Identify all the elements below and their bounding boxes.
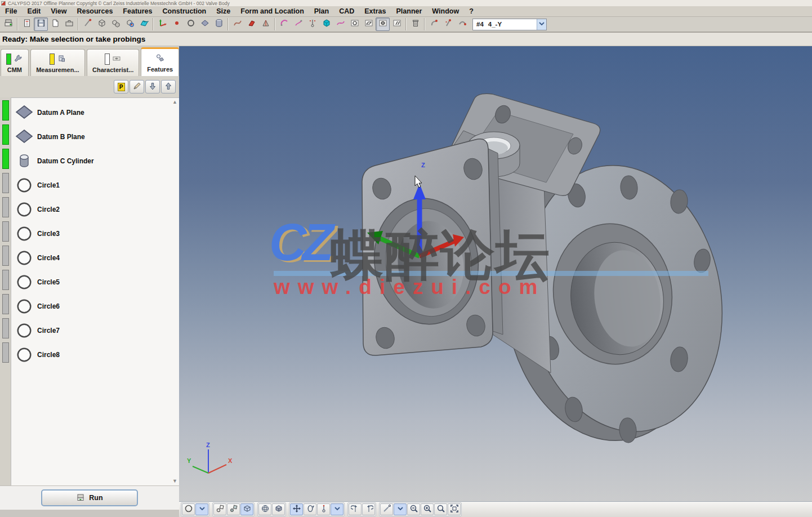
probe-button[interactable] (81, 17, 95, 31)
save-button[interactable] (34, 17, 48, 31)
wireframe-view-button[interactable] (240, 503, 253, 515)
cone-feature-icon (261, 19, 270, 30)
menu-features[interactable]: Features (118, 6, 157, 16)
list-item-circle1[interactable]: Circle1 (11, 173, 179, 197)
list-item-circle5[interactable]: Circle5 (11, 270, 179, 294)
menu-window[interactable]: Window (427, 6, 464, 16)
position-tolerance-button[interactable] (376, 17, 390, 31)
arc-probe-button[interactable] (277, 17, 291, 31)
zoom-window-button[interactable] (434, 503, 447, 515)
show-features-outline-button[interactable] (213, 503, 226, 515)
cad-model-button[interactable] (137, 17, 151, 31)
list-item-circle8[interactable]: Circle8 (11, 342, 179, 367)
parallelism-tolerance-icon (392, 19, 401, 30)
cylinder-feature-button[interactable] (212, 17, 226, 31)
tab-cmm[interactable]: CMM (1, 49, 29, 76)
edit-feature-button[interactable] (130, 80, 144, 93)
move-up-button[interactable] (161, 80, 176, 93)
menu-extras[interactable]: Extras (359, 6, 391, 16)
zoom-out-button[interactable] (407, 503, 420, 515)
list-item-datum-a-plane[interactable]: Datum A Plane (11, 100, 179, 124)
scroll-up-arrow[interactable]: ▲ (172, 99, 178, 105)
feature-group-button[interactable] (109, 17, 123, 31)
menu-construction[interactable]: Construction (157, 6, 211, 16)
list-item-datum-b-plane[interactable]: Datum B Plane (11, 124, 179, 149)
stylus-orientation-dropdown-button[interactable] (394, 503, 407, 515)
curve-probe-icon (294, 19, 303, 30)
pan-view-button[interactable] (290, 503, 303, 515)
menu-plan[interactable]: Plan (309, 6, 334, 16)
run-button[interactable]: Run (41, 489, 138, 506)
feature-filter-dropdown-button[interactable] (195, 503, 208, 515)
stylus-change-3-icon (458, 19, 467, 30)
point-feature-button[interactable] (169, 17, 184, 31)
show-features-solid-button[interactable] (227, 503, 240, 515)
cad-box-button[interactable] (319, 17, 333, 31)
cone-feature-button[interactable] (258, 17, 273, 31)
stylus-change-2-button[interactable] (441, 17, 455, 31)
flatness-tolerance-button[interactable] (362, 17, 376, 31)
menu-resources[interactable]: Resources (72, 6, 118, 16)
list-item-circle7[interactable]: Circle7 (11, 318, 179, 342)
feature-filter-button[interactable] (182, 503, 195, 515)
feature-label: Circle7 (37, 327, 60, 335)
menu--[interactable]: ? (464, 6, 479, 16)
presentation-toggle-button[interactable]: P (114, 80, 128, 93)
zoom-in-button[interactable] (421, 503, 434, 515)
alignment-button[interactable] (155, 17, 169, 31)
part-program-button[interactable] (1, 17, 15, 31)
delete-button[interactable] (408, 17, 422, 31)
freeform-curve-button[interactable] (333, 17, 347, 31)
fit-view-button[interactable] (448, 503, 461, 515)
tab-features[interactable]: Features (141, 47, 179, 76)
curve-feature-button[interactable] (230, 17, 244, 31)
stylus-change-3-button[interactable] (455, 17, 469, 31)
new-page-button[interactable] (48, 17, 62, 31)
roundness-tolerance-button[interactable] (347, 17, 362, 31)
feature-status-column (0, 97, 11, 485)
parallelism-tolerance-button[interactable] (390, 17, 404, 31)
rotate-right-button[interactable] (362, 503, 375, 515)
circle-feature-icon (11, 225, 37, 243)
list-item-circle2[interactable]: Circle2 (11, 197, 179, 221)
probe-selector[interactable]: #44_-Y (472, 19, 547, 30)
perpendicular-probe-button[interactable] (305, 17, 319, 31)
menu-view[interactable]: View (46, 6, 72, 16)
list-item-circle3[interactable]: Circle3 (11, 221, 179, 246)
feature-list-scrollbar[interactable]: ▲ ▼ (171, 98, 179, 485)
list-item-circle4[interactable]: Circle4 (11, 246, 179, 270)
axis-x-label: X (228, 457, 233, 464)
measurement-plan-button[interactable] (20, 17, 34, 31)
rotate-view-button[interactable] (304, 503, 316, 515)
cad-viewport[interactable]: Z Z Y X CZ 蝶醉论坛 (179, 46, 812, 501)
list-item-datum-c-cylinder[interactable]: Datum C Cylinder (11, 149, 179, 173)
tab-characterist[interactable]: Characterist... (87, 49, 139, 76)
feature-label: Circle5 (37, 278, 60, 286)
menu-form-and-location[interactable]: Form and Location (235, 6, 309, 16)
probe-selector-dropdown[interactable] (537, 19, 546, 30)
shaded-wireframe-view-button[interactable] (258, 503, 271, 515)
move-down-button[interactable] (145, 80, 160, 93)
menu-file[interactable]: File (0, 6, 23, 16)
menu-size[interactable]: Size (211, 6, 235, 16)
tab-measuremen[interactable]: Measuremen... (30, 49, 85, 76)
rotate-left-button[interactable] (349, 503, 362, 515)
list-item-circle6[interactable]: Circle6 (11, 294, 179, 318)
curve-probe-button[interactable] (291, 17, 305, 31)
menu-planner[interactable]: Planner (391, 6, 427, 16)
rotate-right-icon (364, 504, 373, 515)
box-feature-button[interactable] (95, 17, 109, 31)
stylus-orientation-button[interactable] (380, 503, 393, 515)
probe-position-dropdown-button[interactable] (331, 503, 343, 515)
plane-offset-button[interactable] (244, 17, 258, 31)
feature-zoom-button[interactable] (123, 17, 137, 31)
open-part-button[interactable] (62, 17, 76, 31)
plane-feature-button[interactable] (198, 17, 212, 31)
scroll-down-arrow[interactable]: ▼ (172, 478, 178, 484)
stylus-change-1-button[interactable] (427, 17, 441, 31)
menu-edit[interactable]: Edit (23, 6, 46, 16)
circle-feature-button[interactable] (184, 17, 198, 31)
solid-view-button[interactable] (272, 503, 285, 515)
menu-cad[interactable]: CAD (334, 6, 359, 16)
probe-position-button[interactable] (317, 503, 330, 515)
